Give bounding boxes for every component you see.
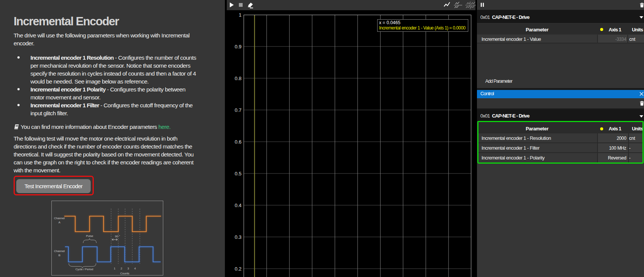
svg-text:1: 1	[239, 12, 242, 18]
svg-text:90 °: 90 °	[115, 235, 120, 238]
svg-text:0.7: 0.7	[235, 107, 242, 113]
svg-text:0.5: 0.5	[235, 171, 242, 176]
svg-text:Channel: Channel	[54, 217, 65, 220]
svg-text:A: A	[58, 221, 60, 224]
svg-text:Cycle / Period: Cycle / Period	[76, 268, 93, 271]
svg-text:0.4: 0.4	[235, 203, 242, 208]
svg-text:0.8: 0.8	[235, 76, 242, 81]
svg-text:0.6: 0.6	[235, 139, 242, 145]
svg-text:Pulse: Pulse	[86, 234, 93, 238]
svg-text:Counts: Counts	[120, 272, 129, 275]
svg-text:0.2: 0.2	[235, 266, 242, 272]
svg-text:0.9: 0.9	[235, 44, 242, 50]
svg-text:0.3: 0.3	[235, 234, 242, 240]
svg-text:Channel: Channel	[54, 249, 65, 253]
svg-text:B: B	[58, 254, 60, 257]
